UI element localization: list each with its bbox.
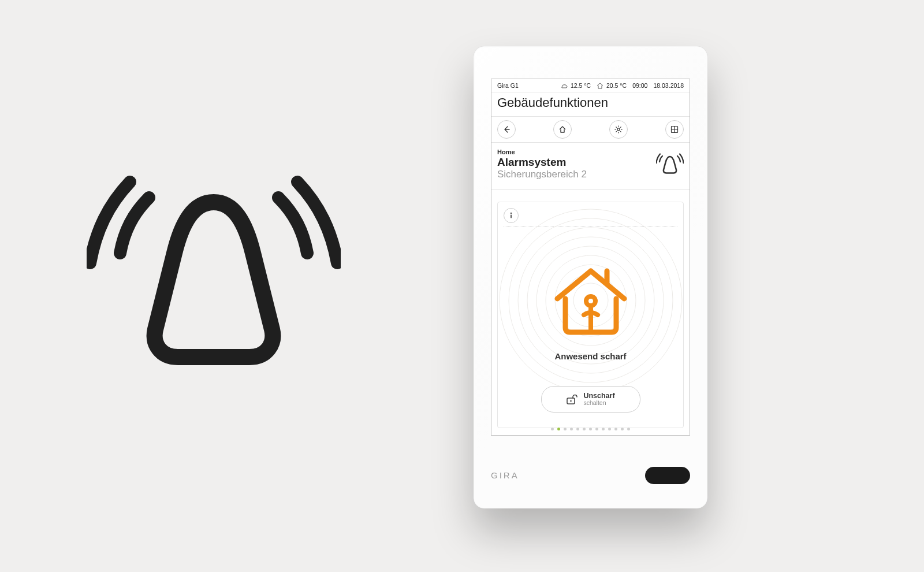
page-dot[interactable] — [614, 428, 617, 430]
gira-g1-device: Gira G1 12.5 °C 20.5 °C 09:00 18.03.2018… — [474, 46, 707, 508]
page-dot[interactable] — [589, 428, 592, 430]
date: 18.03.2018 — [653, 82, 684, 89]
back-button[interactable] — [497, 120, 516, 139]
page-title: Gebäudefunktionen — [491, 92, 690, 116]
clock: 09:00 — [632, 82, 647, 89]
disarm-button[interactable]: Unscharf schalten — [541, 386, 640, 413]
page-dot[interactable] — [608, 428, 611, 430]
device-bezel-footer: GIRA — [491, 442, 690, 508]
status-bar: Gira G1 12.5 °C 20.5 °C 09:00 18.03.2018 — [491, 79, 690, 92]
svg-point-15 — [571, 400, 572, 402]
siren-icon-large — [87, 150, 341, 393]
page-dot[interactable] — [576, 428, 579, 430]
page-dot[interactable] — [627, 428, 630, 430]
page-dot[interactable] — [564, 428, 567, 430]
section-title: Alarmsystem — [497, 156, 656, 169]
temp-inside: 20.5 °C — [597, 82, 627, 89]
grid-icon — [670, 125, 679, 133]
home-button[interactable] — [553, 120, 572, 139]
proximity-sensor — [645, 467, 690, 484]
disarm-label-2: schalten — [583, 400, 614, 406]
grid-view-button[interactable] — [665, 120, 684, 139]
page-dot[interactable] — [621, 428, 624, 430]
svg-point-0 — [617, 128, 620, 131]
alarm-state-card: Anwesend scharf Unscharf schalten — [497, 202, 684, 428]
page-dot[interactable] — [551, 428, 554, 430]
section-subtitle: Sicherungsbereich 2 — [497, 169, 656, 180]
toolbar — [491, 116, 690, 143]
section-header: Home Alarmsystem Sicherungsbereich 2 — [491, 143, 690, 190]
touch-screen: Gira G1 12.5 °C 20.5 °C 09:00 18.03.2018… — [491, 79, 690, 436]
arrow-left-icon — [502, 125, 511, 133]
alarm-state-label: Anwesend scharf — [498, 351, 683, 361]
house-armed-home-icon — [550, 263, 631, 338]
device-name: Gira G1 — [497, 82, 519, 89]
siren-icon — [656, 152, 684, 175]
brand-label: GIRA — [491, 470, 519, 480]
page-dot[interactable] — [570, 428, 573, 430]
settings-button[interactable] — [609, 120, 628, 139]
weather-outside-icon — [561, 83, 568, 89]
page-dot[interactable] — [602, 428, 605, 430]
page-dot[interactable] — [595, 428, 598, 430]
temp-outside: 12.5 °C — [561, 82, 591, 89]
page-indicator[interactable] — [491, 428, 690, 430]
page-dot[interactable] — [583, 428, 586, 430]
house-temp-icon — [597, 83, 603, 89]
home-icon — [558, 125, 567, 133]
svg-point-13 — [586, 296, 595, 306]
page-dot[interactable] — [557, 428, 560, 430]
breadcrumb: Home — [497, 148, 656, 155]
gear-icon — [614, 125, 623, 134]
unlock-icon — [566, 394, 578, 404]
